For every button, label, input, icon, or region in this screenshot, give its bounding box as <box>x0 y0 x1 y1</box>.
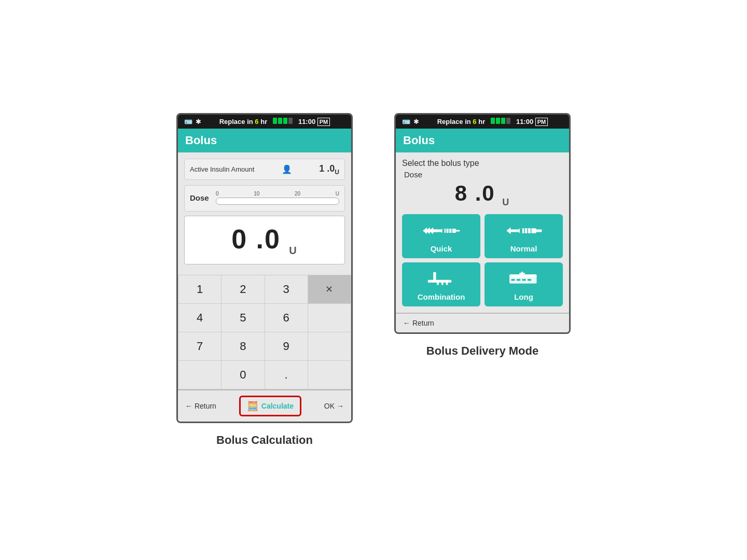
dose-slider-track[interactable] <box>216 198 339 205</box>
svg-rect-26 <box>528 279 531 281</box>
dose-header: Dose 0 10 20 U <box>190 191 339 205</box>
bluetooth-icon: ✱ <box>196 118 201 125</box>
normal-button[interactable]: Normal <box>485 214 563 258</box>
key-empty-4 <box>308 361 351 389</box>
key-5[interactable]: 5 <box>222 304 265 332</box>
keypad-grid: 1 2 3 ✕ 4 5 6 7 8 9 0 . <box>178 275 351 389</box>
svg-marker-2 <box>429 227 441 234</box>
right-battery-bar-4 <box>506 118 510 124</box>
quick-label: Quick <box>431 244 452 253</box>
left-caption: Bolus Calculation <box>216 433 313 447</box>
calculate-button[interactable]: 🧮 Calculate <box>239 396 301 416</box>
svg-rect-24 <box>517 279 520 281</box>
right-bluetooth-icon: ✱ <box>413 118 419 125</box>
slider-label-u: U <box>336 191 339 197</box>
key-3[interactable]: 3 <box>265 275 308 304</box>
long-icon <box>506 270 542 288</box>
right-sim-icon: 🪪 <box>402 118 410 125</box>
person-icon: 👤 <box>282 164 292 174</box>
svg-rect-25 <box>522 279 525 281</box>
key-backspace[interactable]: ✕ <box>308 275 351 304</box>
ampm-left: PM <box>317 118 330 126</box>
battery-bar-1 <box>273 118 277 124</box>
left-device: 🪪 ✱ Replace in 6 hr 11:00 <box>176 113 353 424</box>
battery-bar-2 <box>278 118 282 124</box>
keypad: 1 2 3 ✕ 4 5 6 7 8 9 0 . <box>178 275 351 389</box>
right-battery-bar-3 <box>501 118 505 124</box>
svg-rect-17 <box>427 280 451 283</box>
dose-value: 0 .0 U <box>231 224 298 254</box>
key-empty-3 <box>178 361 222 389</box>
key-9[interactable]: 9 <box>265 332 308 361</box>
long-button[interactable]: Long <box>485 262 563 306</box>
key-6[interactable]: 6 <box>265 304 308 332</box>
svg-rect-23 <box>511 279 515 281</box>
quick-button[interactable]: Quick <box>402 214 480 258</box>
replace-number-right: 6 <box>473 118 476 125</box>
key-1[interactable]: 1 <box>178 275 222 304</box>
right-status-icons-left: 🪪 ✱ <box>402 118 419 125</box>
right-header-title: Bolus <box>403 134 435 147</box>
right-device: 🪪 ✱ Replace in 6 hr 11:00 <box>394 113 571 334</box>
long-label: Long <box>514 292 533 301</box>
ampm-right: PM <box>535 118 548 126</box>
replace-unit-right: hr <box>478 118 485 125</box>
normal-icon <box>503 221 545 240</box>
combination-label: Combination <box>418 292 465 301</box>
right-return-label: ← Return <box>403 319 434 327</box>
key-8[interactable]: 8 <box>222 332 265 361</box>
right-device-wrapper: 🪪 ✱ Replace in 6 hr 11:00 <box>394 113 571 358</box>
key-0[interactable]: 0 <box>222 361 265 389</box>
left-device-wrapper: 🪪 ✱ Replace in 6 hr 11:00 <box>176 113 353 447</box>
right-status-bar: 🪪 ✱ Replace in 6 hr 11:00 <box>396 115 569 129</box>
battery-bar-4 <box>288 118 293 124</box>
right-battery-bar-1 <box>491 118 495 124</box>
left-status-center: Replace in 6 hr 11:00 PM <box>204 118 345 125</box>
calculator-icon: 🧮 <box>247 400 258 412</box>
bolus-dose-value: 8 .0 U <box>402 181 563 208</box>
svg-rect-22 <box>509 274 537 277</box>
right-battery-bar-2 <box>496 118 500 124</box>
left-device-content: Active Insulin Amount 👤 1 .0U Dose 0 10 <box>178 152 351 275</box>
quick-icon <box>421 221 462 240</box>
left-return-button[interactable]: ← Return <box>185 402 216 410</box>
active-insulin-label: Active Insulin Amount <box>190 165 254 173</box>
sim-icon: 🪪 <box>184 118 192 125</box>
right-device-content: Select the bolus type Dose 8 .0 U <box>396 152 569 313</box>
svg-rect-6 <box>446 229 447 233</box>
key-dot[interactable]: . <box>265 361 308 389</box>
svg-rect-20 <box>446 283 448 285</box>
svg-rect-4 <box>454 230 460 231</box>
active-insulin-bar: Active Insulin Amount 👤 1 .0U <box>184 159 345 180</box>
replace-text-left: Replace in <box>219 118 253 125</box>
normal-label: Normal <box>510 244 537 253</box>
key-4[interactable]: 4 <box>178 304 222 332</box>
dose-slider-container: 0 10 20 U <box>216 191 339 205</box>
key-2[interactable]: 2 <box>222 275 265 304</box>
replace-number-left: 6 <box>255 118 258 125</box>
left-status-bar: 🪪 ✱ Replace in 6 hr 11:00 <box>178 115 351 129</box>
calculate-label: Calculate <box>261 402 294 410</box>
bolus-dose-label: Dose <box>404 170 563 179</box>
ok-button[interactable]: OK → <box>324 402 344 410</box>
svg-rect-8 <box>451 229 452 233</box>
svg-rect-18 <box>437 283 439 285</box>
slider-label-0: 0 <box>216 191 219 197</box>
left-device-header: Bolus <box>178 129 351 152</box>
right-return-button[interactable]: ← Return <box>403 319 434 327</box>
dose-display: 0 .0 U <box>184 216 345 264</box>
right-bottom-nav: ← Return <box>396 313 569 332</box>
slider-label-10: 10 <box>254 191 259 197</box>
svg-rect-19 <box>441 283 444 285</box>
right-device-header: Bolus <box>396 129 569 152</box>
bolus-type-grid: Quick <box>402 214 563 306</box>
time-right: 11:00 <box>516 118 533 125</box>
combination-icon <box>423 270 460 288</box>
dose-section: Dose 0 10 20 U <box>184 185 345 212</box>
right-caption: Bolus Delivery Mode <box>426 344 538 358</box>
svg-marker-9 <box>506 227 519 234</box>
svg-rect-12 <box>520 228 522 233</box>
key-7[interactable]: 7 <box>178 332 222 361</box>
combination-button[interactable]: Combination <box>402 262 480 306</box>
svg-rect-14 <box>527 228 528 233</box>
